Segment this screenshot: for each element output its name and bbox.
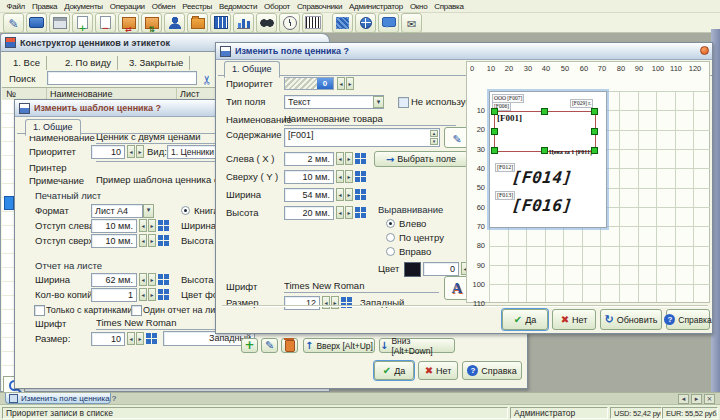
- report-width-input[interactable]: 62 мм.: [91, 273, 137, 287]
- card-button[interactable]: [26, 13, 47, 33]
- resize-handle[interactable]: [491, 128, 498, 135]
- margin-left-input[interactable]: 10 мм.: [91, 219, 137, 233]
- content-scroll-arrows[interactable]: [430, 130, 438, 145]
- template-no-button[interactable]: Нет: [418, 361, 458, 380]
- menu-references[interactable]: Справочники: [293, 2, 345, 11]
- one-report-checkbox[interactable]: [131, 305, 142, 316]
- exchange-horizontal-button[interactable]: [118, 13, 139, 33]
- registry-button[interactable]: [210, 13, 231, 33]
- copies-spinner[interactable]: [139, 288, 156, 301]
- menu-statements[interactable]: Ведомости: [215, 2, 260, 11]
- pick-field-button[interactable]: Выбрать поле: [374, 151, 468, 167]
- copies-input[interactable]: 1: [91, 288, 137, 302]
- field-x-grid-button[interactable]: [355, 153, 366, 164]
- only-with-pictures-checkbox[interactable]: [34, 305, 45, 316]
- preview-price-caption[interactable]: Цена за 1 [F011]: [520, 148, 592, 156]
- field-x-spinner[interactable]: [336, 152, 353, 165]
- menu-registers[interactable]: Реестры: [179, 2, 216, 11]
- priority-slider-thumb[interactable]: 0: [317, 78, 333, 89]
- align-left-radio[interactable]: [386, 219, 395, 228]
- field-priority-slider[interactable]: 0: [284, 77, 334, 90]
- not-used-checkbox[interactable]: [398, 97, 409, 108]
- globe-button[interactable]: [355, 13, 376, 33]
- field-size-spinner[interactable]: [322, 296, 339, 309]
- field-height-input[interactable]: 20 мм.: [284, 206, 334, 220]
- clock-button[interactable]: [279, 13, 300, 33]
- field-width-spinner[interactable]: [336, 188, 353, 201]
- label-canvas[interactable]: ООО [F007] [F006] [F029] г. [F001] Цена …: [489, 91, 607, 228]
- template-priority-spinner[interactable]: [127, 145, 144, 158]
- menu-operations[interactable]: Операции: [106, 2, 148, 11]
- menu-edit[interactable]: Правка: [28, 2, 60, 11]
- close-button[interactable]: [700, 46, 709, 55]
- label-preview-panel[interactable]: 0 10 20 30 40 50 60 70 80 90 100 110 120…: [466, 61, 710, 303]
- field-type-dropdown-arrow[interactable]: [373, 96, 384, 108]
- tab-all[interactable]: 1. Все: [7, 56, 47, 70]
- edit-field-button[interactable]: [261, 338, 278, 353]
- template-size-input[interactable]: 10: [91, 332, 125, 346]
- field-type-dropdown[interactable]: Текст: [284, 95, 384, 109]
- field-height-spinner[interactable]: [336, 206, 353, 219]
- move-down-button[interactable]: Вниз [Alt+Down]: [379, 338, 455, 353]
- template-priority-input[interactable]: 10: [91, 145, 125, 159]
- search-input[interactable]: [47, 71, 197, 85]
- field-width-grid-button[interactable]: [355, 189, 366, 200]
- doc-add-button[interactable]: [72, 13, 93, 33]
- menu-window[interactable]: Окно: [406, 2, 430, 11]
- menu-documents[interactable]: Документы: [61, 2, 107, 11]
- resize-handle[interactable]: [491, 147, 498, 154]
- barcode-button[interactable]: [302, 13, 323, 33]
- template-size-grid-button[interactable]: [146, 333, 157, 344]
- field-help-button[interactable]: Справка: [666, 309, 710, 330]
- template-yes-button[interactable]: Да: [374, 361, 414, 380]
- delete-field-button[interactable]: [281, 338, 298, 353]
- chart-button[interactable]: [233, 13, 254, 33]
- field-name-value[interactable]: Наименование товара: [284, 113, 456, 126]
- menu-turnover[interactable]: Оборот: [261, 2, 294, 11]
- field-refresh-button[interactable]: Обновить: [600, 309, 662, 330]
- cash-register-button[interactable]: [49, 13, 70, 33]
- report-width-grid-button[interactable]: [158, 274, 169, 285]
- margin-top-spinner[interactable]: [139, 234, 156, 247]
- margin-top-grid-button[interactable]: [158, 235, 169, 246]
- table-scroll-thumb[interactable]: [4, 196, 14, 210]
- mail-button[interactable]: [401, 13, 422, 33]
- user-button[interactable]: [164, 13, 185, 33]
- edit-button[interactable]: [3, 13, 24, 33]
- field-priority-spinner[interactable]: [337, 77, 354, 90]
- template-font-value[interactable]: Times New Roman: [96, 317, 228, 330]
- resize-handle[interactable]: [541, 108, 548, 115]
- portrait-radio[interactable]: [181, 206, 190, 215]
- menu-exchange[interactable]: Обмен: [148, 2, 179, 11]
- template-printer-value[interactable]: [96, 161, 228, 162]
- field-y-spinner[interactable]: [336, 170, 353, 183]
- chat-button[interactable]: [378, 13, 399, 33]
- resize-handle[interactable]: [591, 128, 598, 135]
- color-input[interactable]: 0: [423, 262, 459, 276]
- field-tab-general[interactable]: 1. Общие: [224, 61, 280, 78]
- resize-handle[interactable]: [591, 147, 598, 154]
- resize-handle[interactable]: [591, 108, 598, 115]
- tab-closed[interactable]: 3. Закрытые: [123, 56, 190, 70]
- taskbar-tab-edit-field[interactable]: Изменить поле ценника ?: [5, 393, 111, 404]
- scissors-icon[interactable]: [202, 69, 212, 88]
- tab-next-button[interactable]: ▸: [691, 394, 702, 404]
- exchange-vertical-button[interactable]: [141, 13, 162, 33]
- template-note-value[interactable]: Пример шаблона ценника с 2-мя ц: [96, 174, 228, 186]
- field-font-value[interactable]: Times New Roman: [284, 280, 439, 293]
- preview-field-f014[interactable]: [F014]: [511, 168, 574, 187]
- format-dropdown-arrow[interactable]: [143, 204, 154, 218]
- tab-close-button[interactable]: ×: [704, 394, 715, 404]
- margin-top-input[interactable]: 10 мм.: [91, 234, 137, 248]
- doc-remove-button[interactable]: [95, 13, 116, 33]
- field-size-grid-button[interactable]: [341, 297, 352, 308]
- preview-field-f029[interactable]: [F029] г.: [570, 99, 593, 108]
- field-yes-button[interactable]: Да: [502, 309, 548, 330]
- resize-handle[interactable]: [491, 108, 498, 115]
- field-titlebar[interactable]: Изменить поле ценника ?: [216, 43, 712, 60]
- resize-handle[interactable]: [541, 147, 548, 154]
- field-y-input[interactable]: 10 мм.: [284, 170, 334, 184]
- margin-left-grid-button[interactable]: [158, 220, 169, 231]
- field-x-input[interactable]: 2 мм.: [284, 152, 334, 166]
- field-no-button[interactable]: Нет: [552, 309, 596, 330]
